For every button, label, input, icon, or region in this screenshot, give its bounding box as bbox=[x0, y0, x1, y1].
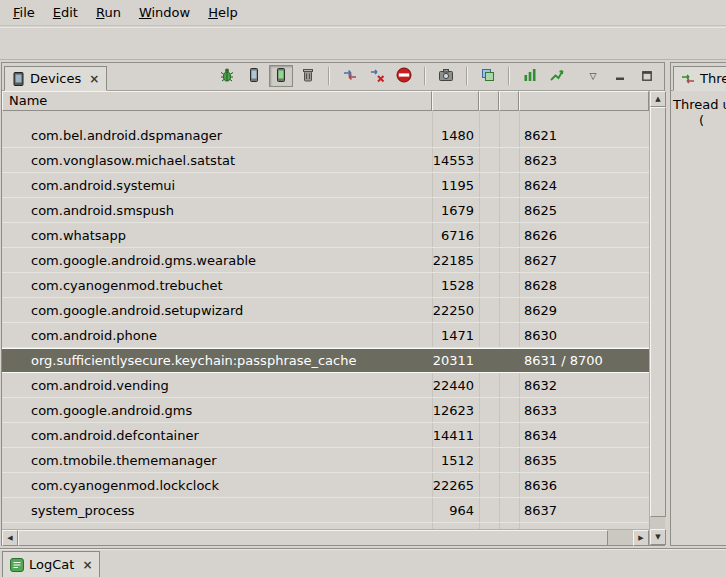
panel-controls: ▽ bbox=[581, 62, 659, 90]
main-toolbar bbox=[0, 27, 726, 60]
table-row[interactable]: org.sufficientlysecure.keychain:passphra… bbox=[2, 348, 649, 373]
screen-capture-button[interactable] bbox=[434, 65, 458, 87]
process-port: 8637 bbox=[519, 498, 649, 522]
table-row[interactable]: com.android.systemui11958624 bbox=[2, 173, 649, 198]
menu-file[interactable]: File bbox=[4, 2, 44, 23]
cell-empty bbox=[479, 448, 499, 472]
table-row[interactable]: com.google.android.gms126238633 bbox=[2, 398, 649, 423]
threads-message-line2: ( bbox=[673, 113, 726, 129]
cell-empty bbox=[499, 248, 519, 272]
column-header-name[interactable]: Name bbox=[2, 91, 432, 111]
column-header-port[interactable] bbox=[519, 91, 649, 111]
maximize-icon bbox=[642, 69, 652, 84]
view-menu-button[interactable]: ▽ bbox=[581, 65, 605, 87]
update-heap-button[interactable] bbox=[242, 65, 266, 87]
tab-devices-label: Devices bbox=[30, 71, 81, 86]
scroll-up-icon[interactable]: ▲ bbox=[650, 91, 666, 107]
horizontal-scrollbar[interactable]: ◀ ▶ bbox=[2, 529, 649, 545]
dump-hprof-button[interactable] bbox=[269, 65, 293, 87]
menu-window[interactable]: Window bbox=[130, 2, 199, 23]
vertical-scrollbar[interactable]: ▲ ▼ bbox=[649, 91, 665, 545]
table-row[interactable]: com.whatsapp67168626 bbox=[2, 223, 649, 248]
cell-empty bbox=[479, 348, 499, 372]
cell-empty bbox=[499, 123, 519, 147]
horizontal-scrollbar-thumb[interactable] bbox=[18, 530, 608, 546]
close-icon[interactable]: × bbox=[82, 558, 92, 572]
close-icon[interactable]: × bbox=[89, 72, 99, 86]
cause-gc-button[interactable] bbox=[296, 65, 320, 87]
process-port: 8636 bbox=[519, 473, 649, 497]
maximize-button[interactable] bbox=[635, 65, 659, 87]
menubar: FileEditRunWindowHelp bbox=[0, 0, 726, 26]
process-port: 8626 bbox=[519, 223, 649, 247]
table-row[interactable]: system_process9648637 bbox=[2, 498, 649, 523]
cell-empty bbox=[499, 323, 519, 347]
heap-updates-button[interactable] bbox=[518, 65, 542, 87]
menu-help[interactable]: Help bbox=[199, 2, 247, 23]
process-port: 8623 bbox=[519, 148, 649, 172]
table-row[interactable]: com.android.vending224408632 bbox=[2, 373, 649, 398]
process-port: 8629 bbox=[519, 298, 649, 322]
column-header-3[interactable] bbox=[499, 91, 519, 111]
table-row[interactable]: com.cyanogenmod.lockclock222658636 bbox=[2, 473, 649, 498]
cell-empty bbox=[479, 373, 499, 397]
bug-icon bbox=[219, 67, 235, 86]
table-row[interactable]: com.tmobile.thememanager15128635 bbox=[2, 448, 649, 473]
table-row[interactable]: com.google.android.setupwizard222508629 bbox=[2, 298, 649, 323]
cell-empty bbox=[479, 123, 499, 147]
device-green-icon bbox=[273, 67, 289, 86]
table-row[interactable]: com.android.smspush16798625 bbox=[2, 198, 649, 223]
menu-edit[interactable]: Edit bbox=[44, 2, 87, 23]
table-row[interactable]: com.google.android.gms.wearable221858627 bbox=[2, 248, 649, 273]
process-pid: 20311 bbox=[432, 348, 479, 372]
vertical-scrollbar-thumb[interactable] bbox=[650, 107, 666, 517]
process-port: 8624 bbox=[519, 173, 649, 197]
layers-icon bbox=[480, 67, 496, 86]
stop-process-button[interactable] bbox=[392, 65, 416, 87]
process-name: com.google.android.setupwizard bbox=[2, 298, 432, 322]
table-row[interactable]: com.cyanogenmod.trebuchet15288628 bbox=[2, 273, 649, 298]
scroll-right-icon[interactable]: ▶ bbox=[633, 530, 649, 546]
cell-empty bbox=[499, 423, 519, 447]
method-profile-button[interactable] bbox=[545, 65, 569, 87]
process-pid: 1512 bbox=[432, 448, 479, 472]
column-header-pid[interactable] bbox=[432, 91, 479, 111]
menu-run[interactable]: Run bbox=[87, 2, 130, 23]
process-pid: 22185 bbox=[432, 248, 479, 272]
arrow-icon bbox=[549, 67, 565, 86]
cell-empty bbox=[479, 148, 499, 172]
scroll-left-icon[interactable]: ◀ bbox=[2, 530, 18, 546]
scroll-down-icon[interactable]: ▼ bbox=[650, 529, 666, 545]
stop-method-profiling-button[interactable] bbox=[365, 65, 389, 87]
process-port: 8627 bbox=[519, 248, 649, 272]
tab-threads[interactable]: Threa bbox=[673, 66, 726, 91]
cell-empty bbox=[479, 273, 499, 297]
cell-empty bbox=[479, 398, 499, 422]
table-row[interactable]: com.vonglasow.michael.satstat145538623 bbox=[2, 148, 649, 173]
process-pid: 1679 bbox=[432, 198, 479, 222]
threads-panel-header: Threa bbox=[671, 63, 726, 91]
process-pid: 22250 bbox=[432, 298, 479, 322]
tab-logcat[interactable]: LogCat × bbox=[2, 551, 100, 577]
threads-message: Thread up ( bbox=[673, 97, 726, 129]
view-hierarchy-button[interactable] bbox=[476, 65, 500, 87]
column-header-2[interactable] bbox=[479, 91, 499, 111]
cell-empty bbox=[499, 473, 519, 497]
table-row[interactable]: com.android.phone14718630 bbox=[2, 323, 649, 348]
debug-process-button[interactable] bbox=[215, 65, 239, 87]
cell-empty bbox=[499, 173, 519, 197]
tab-threads-label: Threa bbox=[700, 71, 726, 86]
cell-empty bbox=[499, 298, 519, 322]
cell-empty bbox=[499, 348, 519, 372]
table-header: Name bbox=[2, 91, 649, 111]
table-row[interactable]: com.android.defcontainer144118634 bbox=[2, 423, 649, 448]
cell-empty bbox=[499, 223, 519, 247]
process-pid: 14553 bbox=[432, 148, 479, 172]
toolbar-separator bbox=[328, 67, 330, 85]
cell-empty bbox=[479, 248, 499, 272]
update-threads-button[interactable] bbox=[338, 65, 362, 87]
tab-devices[interactable]: Devices × bbox=[4, 66, 107, 91]
table-row[interactable]: com.bel.android.dspmanager14808621 bbox=[2, 123, 649, 148]
minimize-button[interactable] bbox=[608, 65, 632, 87]
process-name: com.android.smspush bbox=[2, 198, 432, 222]
